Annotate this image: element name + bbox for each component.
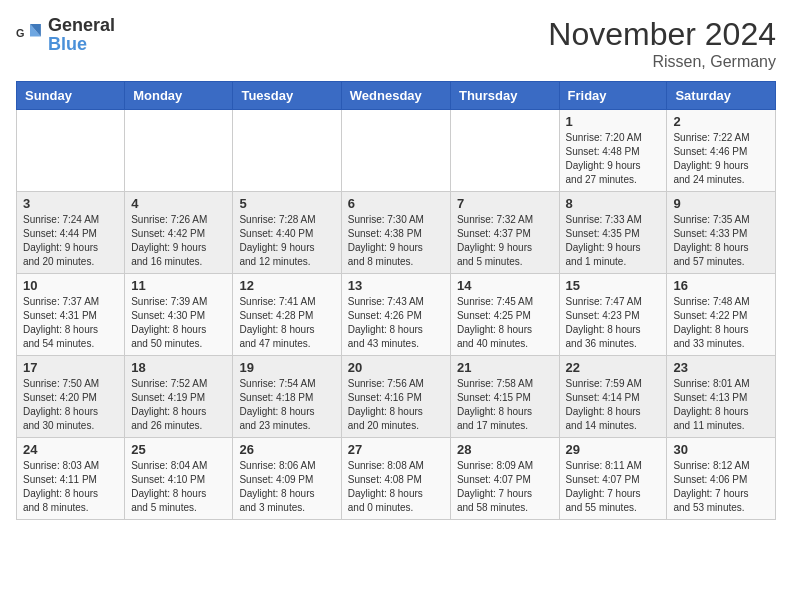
- day-info: Sunrise: 7:26 AM Sunset: 4:42 PM Dayligh…: [131, 213, 226, 269]
- day-info: Sunrise: 8:12 AM Sunset: 4:06 PM Dayligh…: [673, 459, 769, 515]
- title-area: November 2024 Rissen, Germany: [548, 16, 776, 71]
- day-info: Sunrise: 8:04 AM Sunset: 4:10 PM Dayligh…: [131, 459, 226, 515]
- day-info: Sunrise: 7:39 AM Sunset: 4:30 PM Dayligh…: [131, 295, 226, 351]
- calendar-cell: 28Sunrise: 8:09 AM Sunset: 4:07 PM Dayli…: [450, 438, 559, 520]
- day-info: Sunrise: 7:24 AM Sunset: 4:44 PM Dayligh…: [23, 213, 118, 269]
- day-info: Sunrise: 7:47 AM Sunset: 4:23 PM Dayligh…: [566, 295, 661, 351]
- day-number: 3: [23, 196, 118, 211]
- day-number: 8: [566, 196, 661, 211]
- day-number: 21: [457, 360, 553, 375]
- day-info: Sunrise: 8:09 AM Sunset: 4:07 PM Dayligh…: [457, 459, 553, 515]
- calendar-cell: 2Sunrise: 7:22 AM Sunset: 4:46 PM Daylig…: [667, 110, 776, 192]
- calendar-cell: 17Sunrise: 7:50 AM Sunset: 4:20 PM Dayli…: [17, 356, 125, 438]
- day-info: Sunrise: 8:08 AM Sunset: 4:08 PM Dayligh…: [348, 459, 444, 515]
- calendar-cell: 27Sunrise: 8:08 AM Sunset: 4:08 PM Dayli…: [341, 438, 450, 520]
- calendar-cell: 16Sunrise: 7:48 AM Sunset: 4:22 PM Dayli…: [667, 274, 776, 356]
- weekday-header-thursday: Thursday: [450, 82, 559, 110]
- day-number: 4: [131, 196, 226, 211]
- calendar-week-row: 17Sunrise: 7:50 AM Sunset: 4:20 PM Dayli…: [17, 356, 776, 438]
- logo: G General Blue: [16, 16, 115, 54]
- day-number: 6: [348, 196, 444, 211]
- day-info: Sunrise: 7:28 AM Sunset: 4:40 PM Dayligh…: [239, 213, 334, 269]
- calendar-cell: [125, 110, 233, 192]
- day-info: Sunrise: 7:22 AM Sunset: 4:46 PM Dayligh…: [673, 131, 769, 187]
- calendar-cell: 4Sunrise: 7:26 AM Sunset: 4:42 PM Daylig…: [125, 192, 233, 274]
- day-info: Sunrise: 7:20 AM Sunset: 4:48 PM Dayligh…: [566, 131, 661, 187]
- day-info: Sunrise: 7:33 AM Sunset: 4:35 PM Dayligh…: [566, 213, 661, 269]
- day-number: 25: [131, 442, 226, 457]
- day-number: 30: [673, 442, 769, 457]
- location-title: Rissen, Germany: [548, 53, 776, 71]
- day-number: 11: [131, 278, 226, 293]
- day-number: 17: [23, 360, 118, 375]
- day-info: Sunrise: 7:45 AM Sunset: 4:25 PM Dayligh…: [457, 295, 553, 351]
- calendar-cell: [450, 110, 559, 192]
- day-info: Sunrise: 7:52 AM Sunset: 4:19 PM Dayligh…: [131, 377, 226, 433]
- calendar-cell: 10Sunrise: 7:37 AM Sunset: 4:31 PM Dayli…: [17, 274, 125, 356]
- logo-text: General Blue: [48, 16, 115, 54]
- calendar-cell: 3Sunrise: 7:24 AM Sunset: 4:44 PM Daylig…: [17, 192, 125, 274]
- day-number: 7: [457, 196, 553, 211]
- day-number: 23: [673, 360, 769, 375]
- calendar-cell: 5Sunrise: 7:28 AM Sunset: 4:40 PM Daylig…: [233, 192, 341, 274]
- day-number: 24: [23, 442, 118, 457]
- weekday-header-row: SundayMondayTuesdayWednesdayThursdayFrid…: [17, 82, 776, 110]
- calendar-cell: [341, 110, 450, 192]
- day-number: 18: [131, 360, 226, 375]
- calendar-cell: 6Sunrise: 7:30 AM Sunset: 4:38 PM Daylig…: [341, 192, 450, 274]
- day-number: 10: [23, 278, 118, 293]
- day-number: 2: [673, 114, 769, 129]
- day-number: 9: [673, 196, 769, 211]
- weekday-header-monday: Monday: [125, 82, 233, 110]
- day-number: 1: [566, 114, 661, 129]
- logo-icon: G: [16, 21, 44, 49]
- calendar-cell: 8Sunrise: 7:33 AM Sunset: 4:35 PM Daylig…: [559, 192, 667, 274]
- day-info: Sunrise: 8:06 AM Sunset: 4:09 PM Dayligh…: [239, 459, 334, 515]
- day-number: 22: [566, 360, 661, 375]
- day-info: Sunrise: 7:37 AM Sunset: 4:31 PM Dayligh…: [23, 295, 118, 351]
- calendar-cell: 11Sunrise: 7:39 AM Sunset: 4:30 PM Dayli…: [125, 274, 233, 356]
- page-header: G General Blue November 2024 Rissen, Ger…: [16, 16, 776, 71]
- calendar-cell: 18Sunrise: 7:52 AM Sunset: 4:19 PM Dayli…: [125, 356, 233, 438]
- weekday-header-saturday: Saturday: [667, 82, 776, 110]
- day-info: Sunrise: 7:58 AM Sunset: 4:15 PM Dayligh…: [457, 377, 553, 433]
- calendar-week-row: 1Sunrise: 7:20 AM Sunset: 4:48 PM Daylig…: [17, 110, 776, 192]
- day-info: Sunrise: 7:43 AM Sunset: 4:26 PM Dayligh…: [348, 295, 444, 351]
- calendar-cell: 13Sunrise: 7:43 AM Sunset: 4:26 PM Dayli…: [341, 274, 450, 356]
- day-number: 13: [348, 278, 444, 293]
- calendar-cell: 29Sunrise: 8:11 AM Sunset: 4:07 PM Dayli…: [559, 438, 667, 520]
- day-number: 14: [457, 278, 553, 293]
- calendar-week-row: 24Sunrise: 8:03 AM Sunset: 4:11 PM Dayli…: [17, 438, 776, 520]
- calendar-cell: 23Sunrise: 8:01 AM Sunset: 4:13 PM Dayli…: [667, 356, 776, 438]
- day-info: Sunrise: 8:01 AM Sunset: 4:13 PM Dayligh…: [673, 377, 769, 433]
- calendar-cell: 22Sunrise: 7:59 AM Sunset: 4:14 PM Dayli…: [559, 356, 667, 438]
- day-info: Sunrise: 7:56 AM Sunset: 4:16 PM Dayligh…: [348, 377, 444, 433]
- day-number: 16: [673, 278, 769, 293]
- calendar-cell: 30Sunrise: 8:12 AM Sunset: 4:06 PM Dayli…: [667, 438, 776, 520]
- calendar-week-row: 10Sunrise: 7:37 AM Sunset: 4:31 PM Dayli…: [17, 274, 776, 356]
- day-info: Sunrise: 7:32 AM Sunset: 4:37 PM Dayligh…: [457, 213, 553, 269]
- calendar-cell: 24Sunrise: 8:03 AM Sunset: 4:11 PM Dayli…: [17, 438, 125, 520]
- day-number: 5: [239, 196, 334, 211]
- month-title: November 2024: [548, 16, 776, 53]
- calendar-cell: 19Sunrise: 7:54 AM Sunset: 4:18 PM Dayli…: [233, 356, 341, 438]
- calendar-cell: 25Sunrise: 8:04 AM Sunset: 4:10 PM Dayli…: [125, 438, 233, 520]
- day-info: Sunrise: 8:03 AM Sunset: 4:11 PM Dayligh…: [23, 459, 118, 515]
- svg-text:G: G: [16, 27, 24, 39]
- day-number: 12: [239, 278, 334, 293]
- calendar-week-row: 3Sunrise: 7:24 AM Sunset: 4:44 PM Daylig…: [17, 192, 776, 274]
- day-number: 26: [239, 442, 334, 457]
- day-info: Sunrise: 7:35 AM Sunset: 4:33 PM Dayligh…: [673, 213, 769, 269]
- day-info: Sunrise: 8:11 AM Sunset: 4:07 PM Dayligh…: [566, 459, 661, 515]
- day-info: Sunrise: 7:54 AM Sunset: 4:18 PM Dayligh…: [239, 377, 334, 433]
- weekday-header-tuesday: Tuesday: [233, 82, 341, 110]
- calendar-cell: 1Sunrise: 7:20 AM Sunset: 4:48 PM Daylig…: [559, 110, 667, 192]
- calendar-cell: 20Sunrise: 7:56 AM Sunset: 4:16 PM Dayli…: [341, 356, 450, 438]
- day-info: Sunrise: 7:41 AM Sunset: 4:28 PM Dayligh…: [239, 295, 334, 351]
- weekday-header-friday: Friday: [559, 82, 667, 110]
- calendar-cell: 15Sunrise: 7:47 AM Sunset: 4:23 PM Dayli…: [559, 274, 667, 356]
- calendar-cell: 12Sunrise: 7:41 AM Sunset: 4:28 PM Dayli…: [233, 274, 341, 356]
- calendar-cell: 26Sunrise: 8:06 AM Sunset: 4:09 PM Dayli…: [233, 438, 341, 520]
- day-number: 29: [566, 442, 661, 457]
- day-info: Sunrise: 7:30 AM Sunset: 4:38 PM Dayligh…: [348, 213, 444, 269]
